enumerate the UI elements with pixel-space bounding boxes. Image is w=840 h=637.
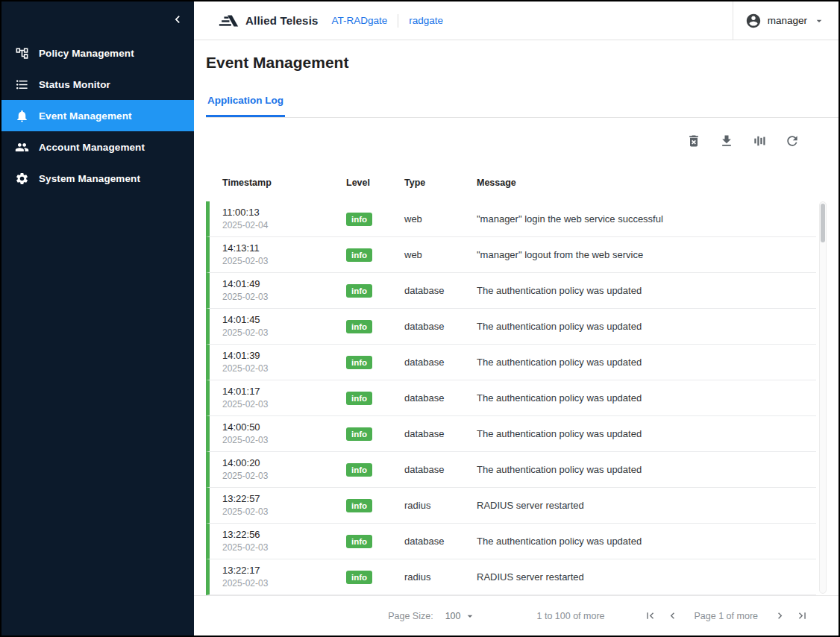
type-cell: radius [392, 571, 464, 583]
table-row[interactable]: 11:00:13 2025-02-04 info web "manager" l… [206, 201, 816, 237]
sidebar-collapse-button[interactable] [170, 12, 185, 27]
level-badge: info [346, 356, 372, 369]
allied-telesis-logo [218, 12, 240, 30]
event-date: 2025-02-03 [222, 256, 333, 267]
event-time: 14:00:50 [222, 421, 333, 433]
event-date: 2025-02-03 [222, 292, 333, 303]
last-page-button[interactable] [796, 609, 809, 622]
timestamp-cell: 14:01:49 2025-02-03 [210, 278, 333, 303]
level-cell: info [333, 319, 392, 333]
timestamp-cell: 14:01:39 2025-02-03 [210, 350, 333, 374]
event-time: 14:01:49 [222, 278, 333, 290]
refresh-button[interactable] [785, 134, 800, 148]
message-cell: The authentication policy was updated [464, 285, 816, 296]
type-cell: database [392, 392, 464, 404]
level-cell: info [333, 355, 392, 369]
event-time: 14:01:45 [222, 314, 333, 326]
sidebar-item-status-monitor[interactable]: Status Monitor [1, 69, 194, 100]
table-row[interactable]: 14:01:45 2025-02-03 info database The au… [206, 309, 816, 345]
column-header-type[interactable]: Type [392, 178, 464, 188]
type-cell: database [392, 428, 464, 439]
brand-name: Allied Telesis [245, 14, 319, 27]
breadcrumb-host-link[interactable]: radgate [409, 15, 443, 26]
table-row[interactable]: 13:22:57 2025-02-03 info radius RADIUS s… [206, 488, 816, 524]
type-cell: web [392, 249, 464, 260]
timestamp-cell: 14:00:50 2025-02-03 [210, 421, 333, 446]
level-badge: info [346, 535, 372, 548]
scrollbar-thumb[interactable] [821, 204, 825, 242]
level-badge: info [346, 499, 372, 512]
sidebar-item-label: System Management [39, 173, 140, 184]
columns-filter-button[interactable] [752, 134, 767, 148]
user-menu[interactable]: manager [733, 1, 839, 40]
level-badge: info [346, 248, 372, 262]
previous-page-button[interactable] [666, 609, 679, 622]
event-date: 2025-02-04 [222, 220, 333, 231]
sidebar-item-account-management[interactable]: Account Management [1, 131, 194, 163]
level-badge: info [346, 213, 372, 226]
delete-forever-icon [686, 134, 701, 148]
sidebar-collapse-row [1, 1, 194, 37]
next-page-button[interactable] [774, 609, 786, 622]
sidebar-item-event-management[interactable]: Event Management [1, 100, 194, 131]
people-icon [15, 140, 29, 154]
pagination-bar: Page Size: 100 1 to 100 of more Page 1 o… [194, 595, 839, 636]
clear-log-button[interactable] [686, 134, 701, 148]
page-size-select[interactable]: 100 [445, 610, 476, 622]
table-row[interactable]: 13:22:56 2025-02-03 info database The au… [206, 524, 816, 559]
chevron-right-icon [774, 609, 786, 622]
download-button[interactable] [719, 134, 734, 148]
event-date: 2025-02-03 [222, 578, 333, 589]
sidebar-item-label: Account Management [39, 142, 145, 153]
main-column: Allied Telesis AT-RADgate radgate manage… [194, 1, 839, 636]
user-name: manager [768, 15, 807, 26]
sidebar-item-label: Status Monitor [39, 79, 110, 90]
chevron-down-icon [813, 15, 825, 27]
tab-application-log[interactable]: Application Log [206, 89, 285, 117]
table-row[interactable]: 14:01:49 2025-02-03 info database The au… [206, 273, 816, 309]
column-header-level[interactable]: Level [333, 178, 392, 188]
chevron-down-icon [464, 610, 476, 622]
message-cell: The authentication policy was updated [464, 464, 816, 475]
app-window: Policy Management Status Monitor Event M… [0, 0, 840, 637]
table-row[interactable]: 14:00:20 2025-02-03 info database The au… [206, 452, 816, 488]
chevron-left-icon [666, 609, 679, 622]
first-page-button[interactable] [644, 609, 656, 622]
table-row[interactable]: 14:00:50 2025-02-03 info database The au… [206, 416, 816, 452]
table-toolbar [206, 118, 839, 164]
table-row[interactable]: 13:22:17 2025-02-03 info radius RADIUS s… [206, 559, 816, 595]
sidebar-item-policy-management[interactable]: Policy Management [1, 37, 194, 69]
type-cell: database [392, 536, 464, 547]
table-row[interactable]: 14:01:17 2025-02-03 info database The au… [206, 380, 816, 416]
event-time: 14:13:11 [222, 242, 333, 254]
timestamp-cell: 14:01:45 2025-02-03 [210, 314, 333, 339]
timestamp-cell: 14:01:17 2025-02-03 [210, 386, 333, 410]
event-date: 2025-02-03 [222, 363, 333, 374]
type-cell: database [392, 321, 464, 332]
level-cell: info [333, 283, 392, 298]
bell-icon [15, 109, 29, 123]
breadcrumb-product-link[interactable]: AT-RADgate [332, 15, 388, 26]
sidebar-item-system-management[interactable]: System Management [1, 163, 194, 194]
event-date: 2025-02-03 [222, 506, 333, 518]
type-cell: database [392, 357, 464, 368]
column-header-message[interactable]: Message [464, 178, 816, 188]
column-header-timestamp[interactable]: Timestamp [210, 178, 333, 188]
page-title: Event Management [206, 40, 839, 72]
table-row[interactable]: 14:01:39 2025-02-03 info database The au… [206, 345, 816, 380]
message-cell: The authentication policy was updated [464, 357, 816, 368]
event-date: 2025-02-03 [222, 399, 333, 410]
table-scrollbar[interactable] [819, 201, 827, 594]
table-row[interactable]: 14:13:11 2025-02-03 info web "manager" l… [206, 237, 816, 273]
gear-icon [15, 172, 29, 186]
first-page-icon [644, 609, 656, 622]
level-cell: info [333, 391, 392, 405]
chevron-left-icon [170, 12, 185, 27]
event-time: 14:00:20 [222, 457, 333, 469]
level-cell: info [333, 570, 392, 584]
event-time: 14:01:39 [222, 350, 333, 362]
level-cell: info [333, 427, 392, 441]
message-cell: RADIUS server restarted [464, 571, 816, 583]
refresh-icon [785, 134, 800, 148]
pager-controls: Page 1 of more [644, 609, 809, 622]
